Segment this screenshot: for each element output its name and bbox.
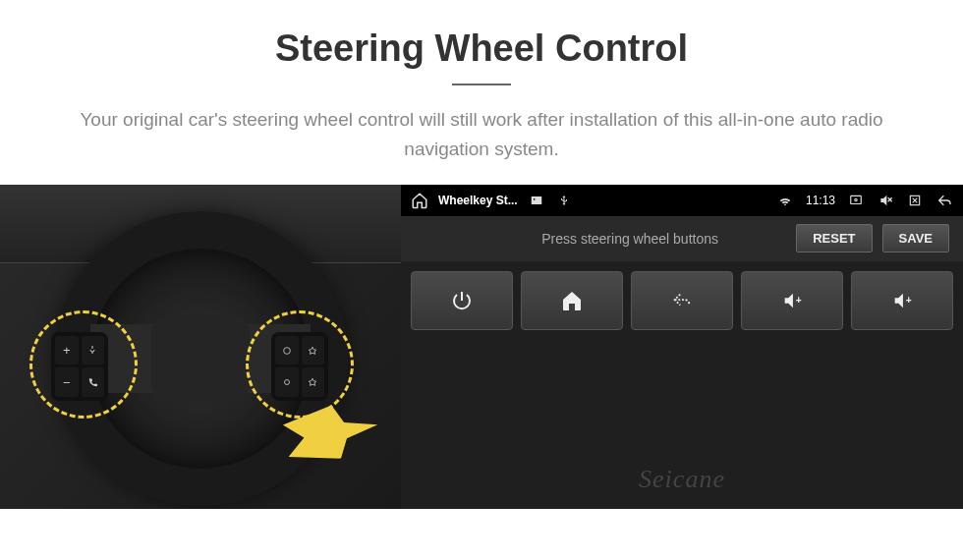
wheel-btn-r3-icon	[275, 367, 299, 397]
close-icon[interactable]	[906, 192, 924, 209]
volume-up-icon: +	[779, 290, 805, 311]
wheel-btn-plus: +	[55, 336, 79, 365]
usb-icon	[555, 192, 573, 209]
wheel-btn-r4-icon	[302, 367, 325, 397]
mute-icon[interactable]	[877, 192, 894, 209]
page-subtitle: Your original car's steering wheel contr…	[59, 105, 904, 165]
image-icon	[528, 192, 545, 209]
home-icon[interactable]	[411, 192, 428, 209]
wheel-btn-minus: −	[55, 367, 79, 397]
svg-point-3	[533, 198, 535, 200]
wheel-btn-voice-icon	[82, 336, 105, 365]
content-row: + − Wheelkey St...	[0, 185, 963, 509]
steering-wheel-image: + −	[0, 185, 401, 509]
wheel-btn-r1-icon	[275, 336, 299, 365]
status-time: 11:13	[806, 194, 835, 207]
svg-text:+: +	[906, 295, 912, 306]
control-grid: + +	[401, 261, 963, 340]
header-section: Steering Wheel Control Your original car…	[0, 0, 963, 185]
control-home-button[interactable]	[521, 271, 623, 330]
control-back-button[interactable]	[631, 271, 733, 330]
status-bar: Wheelkey St... 11:13	[401, 185, 963, 216]
reset-button[interactable]: RESET	[796, 224, 872, 252]
head-unit-screen: Wheelkey St... 11:13	[401, 185, 963, 509]
power-icon	[450, 289, 474, 312]
back-icon	[669, 290, 695, 311]
wheel-button-pad-right	[271, 332, 328, 401]
wheel-hub	[151, 314, 250, 403]
wheel-btn-r2-icon	[302, 336, 325, 365]
status-bar-left: Wheelkey St...	[411, 192, 573, 209]
volume-up-icon: +	[889, 290, 915, 311]
svg-point-1	[284, 380, 289, 385]
status-bar-right: 11:13	[776, 192, 953, 209]
app-title: Wheelkey St...	[438, 194, 518, 207]
title-divider	[452, 84, 511, 85]
wheel-button-pad-left: + −	[51, 332, 108, 401]
control-power-button[interactable]	[411, 271, 513, 330]
svg-point-0	[283, 347, 290, 354]
page-title: Steering Wheel Control	[59, 28, 904, 70]
watermark-text: Seicane	[639, 465, 725, 494]
control-volume-up-button-2[interactable]: +	[851, 271, 953, 330]
svg-point-5	[855, 198, 857, 200]
control-volume-up-button-1[interactable]: +	[741, 271, 843, 330]
back-nav-icon[interactable]	[935, 192, 953, 209]
svg-text:+: +	[796, 295, 802, 306]
svg-rect-4	[851, 196, 862, 203]
cast-icon[interactable]	[847, 192, 865, 209]
instruction-text: Press steering wheel buttons	[415, 231, 786, 247]
instruction-bar: Press steering wheel buttons RESET SAVE	[401, 216, 963, 261]
svg-rect-2	[531, 196, 541, 204]
wheel-btn-phone-icon	[82, 367, 105, 397]
home-icon	[560, 289, 584, 312]
wifi-icon	[776, 192, 794, 209]
save-button[interactable]: SAVE	[882, 224, 949, 252]
